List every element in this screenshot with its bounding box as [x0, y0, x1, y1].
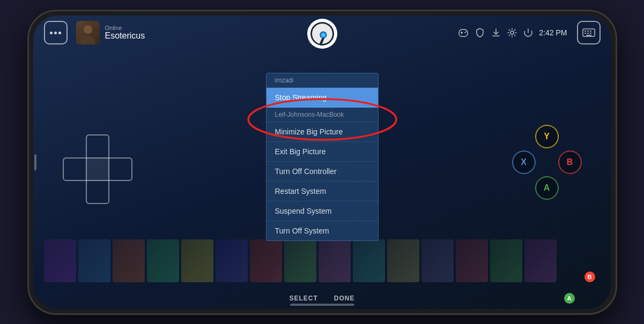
three-dots-icon: [50, 32, 61, 34]
gear-icon: [507, 27, 517, 38]
phone-frame: Online Esotericus: [27, 10, 617, 315]
menu-button[interactable]: [44, 21, 68, 44]
hint-select: A SELECT: [289, 295, 317, 302]
svg-rect-20: [586, 35, 591, 36]
side-indicator: [34, 154, 36, 170]
svg-rect-16: [590, 31, 591, 32]
svg-rect-19: [590, 33, 591, 34]
menu-item-turn-off[interactable]: Turn Off System: [267, 221, 378, 240]
user-name: Esotericus: [105, 31, 145, 41]
user-status: Online: [105, 25, 145, 31]
hint-done-label: DONE: [334, 295, 355, 302]
keyboard-button[interactable]: [577, 21, 601, 44]
home-indicator: [290, 304, 354, 306]
download-icon: [491, 27, 501, 38]
top-right-icons: 2:42 PM: [457, 21, 600, 44]
a-button[interactable]: A: [535, 176, 559, 200]
controller-icon: [457, 28, 469, 37]
dpad-center: [86, 157, 109, 181]
power-icon: [523, 27, 534, 38]
clock: 2:42 PM: [539, 28, 567, 37]
b-button[interactable]: B: [558, 150, 582, 174]
menu-title: imzadi: [267, 73, 378, 88]
bottom-bar: A SELECT B DONE: [33, 288, 611, 309]
svg-point-8: [464, 32, 465, 33]
y-button[interactable]: Y: [535, 125, 559, 148]
menu-item-stop-streaming[interactable]: Stop Streaming: [267, 88, 378, 108]
top-bar: Online Esotericus: [33, 16, 611, 50]
avatar: [76, 21, 100, 44]
menu-item-turn-off-controller[interactable]: Turn Off Controller: [267, 162, 378, 182]
hint-b-btn: B: [584, 272, 595, 282]
svg-point-9: [465, 32, 467, 33]
hint-done: B DONE: [334, 295, 355, 302]
keyboard-icon: [582, 28, 595, 37]
hint-a-btn: A: [564, 293, 575, 304]
svg-rect-17: [584, 33, 586, 34]
svg-rect-18: [587, 33, 589, 34]
menu-item-minimize[interactable]: Minimize Big Picture: [267, 122, 378, 142]
user-info: Online Esotericus: [105, 25, 145, 41]
svg-point-10: [510, 31, 514, 34]
steam-logo: [307, 18, 338, 51]
svg-point-1: [80, 36, 95, 44]
action-buttons: Y X B A: [512, 125, 582, 200]
trophy-icon: [475, 27, 485, 38]
phone-screen: Online Esotericus: [33, 16, 611, 309]
menu-item-restart[interactable]: Restart System: [267, 182, 378, 201]
steam-menu: imzadi Stop Streaming Leif-Johnsons-MacB…: [266, 73, 379, 241]
svg-rect-14: [584, 31, 586, 32]
svg-rect-15: [587, 31, 589, 32]
svg-point-5: [321, 33, 324, 36]
menu-subtitle-macbook: Leif-Johnsons-MacBook: [267, 108, 378, 122]
x-button[interactable]: X: [512, 150, 536, 174]
menu-item-exit[interactable]: Exit Big Picture: [267, 142, 378, 162]
menu-item-suspend[interactable]: Suspend System: [267, 201, 378, 221]
svg-point-0: [84, 25, 92, 34]
user-area: Online Esotericus: [76, 21, 145, 44]
hint-select-label: SELECT: [289, 295, 317, 302]
dpad[interactable]: [63, 134, 132, 204]
game-shelf: [33, 239, 611, 282]
